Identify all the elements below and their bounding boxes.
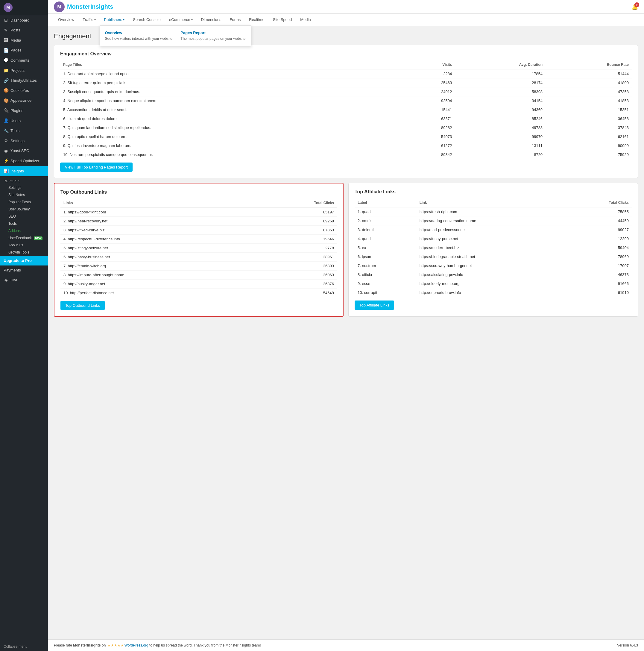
topbar-title: MonsterInsights (67, 3, 113, 10)
sub-seo[interactable]: SEO (0, 213, 48, 220)
engagement-table-row: 10. Nostrum perspiciatis cumque quo cons… (60, 150, 632, 159)
affiliate-table-row: 10. corrupti http://euphoric-brow.info 6… (355, 288, 632, 297)
engagement-table-row: 1. Deserunt animi saepe aliquod optio. 2… (60, 69, 632, 79)
sidebar-item-appearance[interactable]: 🎨 Appearance (0, 96, 48, 106)
yoast-icon: ◉ (4, 148, 8, 154)
dropdown-overview-title[interactable]: Overview (105, 31, 173, 35)
tab-sitespeed[interactable]: Site Speed (269, 14, 296, 26)
sidebar-item-plugins[interactable]: 🔌 Plugins (0, 106, 48, 116)
sidebar-item-settings[interactable]: ⚙ Settings (0, 136, 48, 146)
view-full-report-button[interactable]: View Full Top Landing Pages Report (60, 162, 133, 172)
sidebar-item-pages[interactable]: 📄 Pages (0, 45, 48, 56)
sidebar-item-projects[interactable]: 📁 Projects (0, 66, 48, 76)
affiliate-table-row: 9. esse http://elderly-meme.org 91666 (355, 279, 632, 288)
sidebar-item-posts[interactable]: ✎ Posts (0, 26, 48, 36)
affiliate-table-row: 6. ipsam https://biodegradable-stealth.n… (355, 252, 632, 261)
affiliate-link: https://funny-purse.net (417, 235, 569, 243)
tab-publishers[interactable]: Publishers ▾ Overview See how visitors i… (100, 14, 129, 26)
sidebar-reports-section: Reports (0, 176, 48, 184)
outbound-link: 10. http://perfect-distance.net (60, 288, 254, 298)
col-total-clicks: Total Clicks (254, 198, 337, 208)
pages-icon: 📄 (4, 48, 8, 54)
outbound-link: 9. http://husky-anger.net (60, 280, 254, 288)
outbound-clicks: 89269 (254, 217, 337, 226)
sub-userfeedback[interactable]: UserFeedback NEW (0, 235, 48, 242)
dropdown-pages-col: Pages Report The most popular pages on y… (181, 31, 246, 41)
tab-realtime[interactable]: Realtime (245, 14, 268, 26)
affiliate-clicks: 91666 (569, 279, 632, 288)
engagement-visits: 61272 (403, 141, 455, 150)
tab-searchconsole[interactable]: Search Console (129, 14, 165, 26)
sidebar-item-dashboard[interactable]: ⊞ Dashboard (0, 15, 48, 26)
top-outbound-button[interactable]: Top Outbound Links (60, 301, 105, 310)
collapse-menu-button[interactable]: Collapse menu (0, 642, 48, 651)
engagement-page-title: 3. Suscipit consequuntur quis enim ducim… (60, 87, 403, 96)
sidebar-item-label: Dashboard (10, 18, 30, 23)
new-badge: NEW (34, 237, 42, 240)
sidebar-item-comments[interactable]: 💬 Comments (0, 55, 48, 66)
notification-bell[interactable]: 🔔 0 (632, 4, 638, 10)
sub-tools[interactable]: Tools (0, 220, 48, 227)
engagement-avg-duration: 99970 (455, 132, 546, 141)
sidebar-item-yoast[interactable]: ◉ Yoast SEO (0, 146, 48, 156)
affiliate-label: 9. esse (355, 279, 417, 288)
engagement-bounce-rate: 51444 (546, 69, 632, 79)
engagement-bounce-rate: 90099 (546, 141, 632, 150)
tab-overview[interactable]: Overview (54, 14, 78, 26)
outbound-table-row: 5. http://stingy-seizure.net 2778 (60, 244, 337, 253)
sub-sitenotes[interactable]: Site Notes (0, 191, 48, 198)
engagement-avg-duration: 13111 (455, 141, 546, 150)
tab-traffic[interactable]: Traffic ▾ (78, 14, 100, 26)
settings-icon: ⚙ (4, 138, 8, 144)
users-icon: 👤 (4, 118, 8, 124)
monsterinsights-logo-icon: M (54, 1, 65, 12)
outbound-table-row: 1. https://good-flight.com 85197 (60, 208, 337, 217)
sidebar-item-label: Media (10, 38, 21, 43)
tab-media[interactable]: Media (296, 14, 315, 26)
engagement-table-row: 3. Suscipit consequuntur quis enim ducim… (60, 87, 632, 96)
outbound-table-row: 7. http://female-witch.org 26893 (60, 261, 337, 271)
upgrade-to-pro-button[interactable]: Upgrade to Pro (0, 256, 48, 266)
topbar-title-plain: Monster (67, 3, 90, 10)
plugins-icon: 🔌 (4, 108, 8, 114)
sidebar-item-payments[interactable]: Payments (0, 266, 48, 275)
engagement-overview-box: Engagement Overview Page Titles Visits A… (54, 45, 638, 178)
affiliate-link: https://modern-beet.biz (417, 243, 569, 252)
sub-addons[interactable]: Addons (0, 227, 48, 235)
collapse-label: Collapse menu (4, 644, 28, 649)
dropdown-pages-desc: The most popular pages on your website. (181, 36, 246, 41)
insights-icon: 📊 (4, 168, 8, 174)
affiliate-clicks: 59404 (569, 243, 632, 252)
sidebar-item-media[interactable]: 🖼 Media (0, 35, 48, 45)
sidebar-item-thirsty[interactable]: 🔗 ThirstyAffiliates (0, 76, 48, 86)
sidebar-item-tools[interactable]: 🔧 Tools (0, 126, 48, 136)
sub-about[interactable]: About Us (0, 242, 48, 249)
affiliate-clicks: 46373 (569, 270, 632, 279)
sidebar-item-insights[interactable]: 📊 Insights (0, 166, 48, 176)
outbound-table-row: 9. http://husky-anger.net 26376 (60, 280, 337, 288)
svg-text:M: M (57, 4, 61, 9)
affiliate-link: https://daring-conversation.name (417, 216, 569, 225)
affiliate-link: https://biodegradable-stealth.net (417, 252, 569, 261)
sidebar-item-cookieyes[interactable]: 🍪 CookieYes (0, 86, 48, 96)
top-affiliate-button[interactable]: Top Affiliate Links (355, 301, 394, 310)
affiliate-clicks: 78969 (569, 252, 632, 261)
notification-badge: 0 (635, 2, 639, 7)
sub-settings[interactable]: Settings (0, 184, 48, 191)
tab-ecommerce[interactable]: eCommerce ▾ (165, 14, 197, 26)
affiliate-label: 6. ipsam (355, 252, 417, 261)
sidebar-item-label: Speed Optimizer (10, 158, 39, 164)
sidebar-item-label: Comments (10, 58, 29, 63)
sidebar-item-users[interactable]: 👤 Users (0, 116, 48, 126)
tab-forms[interactable]: Forms (226, 14, 245, 26)
tab-dimensions[interactable]: Dimensions (197, 14, 226, 26)
comments-icon: 💬 (4, 58, 8, 63)
engagement-page-title: 4. Neque aliquid temporibus numquam exer… (60, 96, 403, 105)
sub-growth[interactable]: Growth Tools (0, 249, 48, 256)
sub-userjourney[interactable]: User Journey (0, 206, 48, 213)
dropdown-pages-title[interactable]: Pages Report (181, 31, 246, 35)
sidebar-item-speed[interactable]: ⚡ Speed Optimizer (0, 156, 48, 166)
sidebar-item-divi[interactable]: ◈ Divi (0, 275, 48, 285)
wordpress-link[interactable]: WordPress.org (125, 643, 149, 647)
sub-popular[interactable]: Popular Posts (0, 198, 48, 206)
